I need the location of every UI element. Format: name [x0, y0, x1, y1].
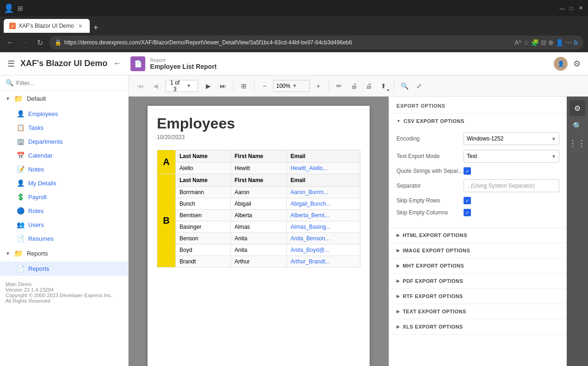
- print-button[interactable]: 🖨: [347, 79, 360, 92]
- right-sidebar-search-button[interactable]: 🔍: [569, 118, 585, 134]
- back-button[interactable]: ←: [113, 59, 121, 68]
- sidebar-item-payroll[interactable]: 💲 Payroll: [0, 190, 128, 204]
- sidebar-footer: Main Demo Version 23.1.4.23204 Copyright…: [0, 275, 128, 309]
- last-page-button[interactable]: ⏭: [217, 79, 229, 92]
- cell-boyd-email[interactable]: Anita_Boyd@...: [287, 244, 360, 256]
- cell-aiello-email[interactable]: Hewitt_Aiello...: [287, 163, 360, 174]
- sidebar-item-payroll-label: Payroll: [28, 194, 47, 201]
- quote-strings-checkbox-field: ✓: [464, 167, 559, 175]
- export-section-xls-header[interactable]: ▶ XLS EXPORT OPTIONS: [389, 319, 567, 334]
- col-email-a: Email: [287, 150, 360, 163]
- text-mode-select[interactable]: Text ▼: [464, 150, 559, 163]
- export-section-mht: ▶ MHT EXPORT OPTIONS: [389, 258, 567, 274]
- cell-benson-first: Anita: [231, 233, 287, 244]
- maximize-button[interactable]: □: [568, 5, 575, 12]
- favorites-icon[interactable]: ⊕: [548, 39, 554, 46]
- users-icon: 👥: [17, 221, 25, 228]
- xls-section-label: XLS EXPORT OPTIONS: [402, 324, 463, 329]
- sidebar-group-reports-header[interactable]: ▼ 📁 Reports: [0, 245, 128, 262]
- cell-borrmann-email[interactable]: Aaron_Borrm...: [287, 187, 360, 198]
- sidebar-item-resumes[interactable]: 📄 Resumes: [0, 232, 128, 245]
- user-avatar[interactable]: 👤: [554, 57, 568, 71]
- sidebar-item-departments[interactable]: 🏢 Departments: [0, 134, 128, 148]
- export-section-rtf-header[interactable]: ▶ RTF EXPORT OPTIONS: [389, 289, 567, 304]
- minimize-button[interactable]: —: [558, 5, 566, 12]
- prev-page-button[interactable]: ◀: [149, 79, 162, 92]
- export-section-xls: ▶ XLS EXPORT OPTIONS: [389, 319, 567, 335]
- address-input[interactable]: 🔒 https://demos.devexpress.com/XAF/Blazo…: [49, 36, 583, 49]
- cell-bunch-email[interactable]: Abigail_Bunch...: [287, 198, 360, 210]
- profile-icon[interactable]: 👤: [4, 3, 14, 13]
- reader-icon[interactable]: Aᴬ: [514, 39, 521, 46]
- cell-berntsen-email[interactable]: Alberta_Bernt...: [287, 210, 360, 221]
- right-sidebar-gear-button[interactable]: ⚙: [569, 100, 585, 116]
- copilot-icon[interactable]: b: [574, 39, 578, 46]
- right-sidebar-tree-button[interactable]: ⋮⋮: [569, 135, 585, 151]
- edit-button[interactable]: ✏: [333, 79, 346, 92]
- first-page-button[interactable]: ⏮: [134, 79, 147, 92]
- sidebar-group-default-header[interactable]: ▼ 📁 Default: [0, 91, 128, 107]
- extensions-icon[interactable]: 🧩: [531, 39, 539, 46]
- new-tab-button[interactable]: +: [91, 23, 101, 33]
- settings-button[interactable]: ⚙: [573, 59, 581, 69]
- separator-control: , (Using System Separator): [464, 179, 559, 192]
- cell-berntsen-first: Alberta: [231, 210, 287, 221]
- fullscreen-button[interactable]: ⤢: [413, 79, 426, 92]
- export-section-pdf-header[interactable]: ▶ PDF EXPORT OPTIONS: [389, 274, 567, 288]
- separator-input[interactable]: , (Using System Separator): [464, 179, 559, 192]
- zoom-selector[interactable]: 100% ▼: [273, 80, 310, 92]
- close-window-button[interactable]: ✕: [577, 5, 584, 12]
- hamburger-menu-button[interactable]: ☰: [7, 59, 15, 69]
- skip-empty-rows-checkbox[interactable]: ✓: [464, 197, 471, 204]
- multi-page-button[interactable]: ⊞: [237, 79, 250, 92]
- browser-chrome: 👤 ⊞ — □ ✕ X XAF's Blazor UI Demo × + ← →…: [0, 0, 588, 52]
- export-section-mht-header[interactable]: ▶ MHT EXPORT OPTIONS: [389, 258, 567, 273]
- encoding-select[interactable]: Windows-1252 ▼: [464, 132, 559, 145]
- export-section-html-header[interactable]: ▶ HTML EXPORT OPTIONS: [389, 228, 567, 243]
- report-page: Employees 10/20/2023 A Last Name First N…: [148, 106, 370, 366]
- zoom-in-button[interactable]: +: [312, 79, 325, 92]
- quote-strings-checkbox[interactable]: ✓: [464, 167, 471, 175]
- cell-brandt-email[interactable]: Arthur_Brandt...: [287, 256, 360, 268]
- print-full-button[interactable]: 🖨: [362, 79, 375, 92]
- report-document[interactable]: Employees 10/20/2023 A Last Name First N…: [129, 97, 389, 366]
- cell-basinger-email[interactable]: Almas_Basing...: [287, 221, 360, 233]
- bookmark-icon[interactable]: ☆: [523, 39, 529, 46]
- export-section-image-header[interactable]: ▶ IMAGE EXPORT OPTIONS: [389, 243, 567, 258]
- sidebar-item-users[interactable]: 👥 Users: [0, 218, 128, 232]
- next-page-button[interactable]: ▶: [202, 79, 215, 92]
- active-tab[interactable]: X XAF's Blazor UI Demo ×: [4, 19, 90, 33]
- sidebar-item-tasks[interactable]: 📋 Tasks: [0, 121, 128, 134]
- export-section-text-header[interactable]: ▶ TEXT EXPORT OPTIONS: [389, 304, 567, 319]
- app-title: XAF's Blazor UI Demo: [20, 59, 107, 68]
- sidebar-item-employees[interactable]: 👤 Employees: [0, 107, 128, 121]
- export-button[interactable]: ⬆ ▼: [377, 79, 390, 92]
- export-section-csv: ▼ CSV EXPORT OPTIONS Encoding Windows-12…: [389, 114, 567, 228]
- sidebar-filter-input[interactable]: [16, 79, 123, 86]
- page-input[interactable]: 1 of 3 ▼: [166, 80, 198, 92]
- export-section-csv-header[interactable]: ▼ CSV EXPORT OPTIONS: [389, 114, 567, 128]
- sidebar-item-roles[interactable]: 🔵 Roles: [0, 204, 128, 218]
- back-nav-button[interactable]: ←: [5, 37, 16, 48]
- export-section-text: ▶ TEXT EXPORT OPTIONS: [389, 304, 567, 319]
- sidebar-item-my-details[interactable]: 👤 My Details: [0, 176, 128, 190]
- default-folder-icon: 📁: [14, 94, 23, 103]
- tab-grid-icon[interactable]: ⊞: [18, 5, 23, 12]
- tab-close-button[interactable]: ×: [77, 22, 84, 30]
- report-name: Employee List Report: [150, 63, 217, 70]
- forward-nav-button[interactable]: →: [19, 37, 31, 48]
- sidebar-item-calendar[interactable]: 📅 Calendar: [0, 148, 128, 162]
- search-toolbar-button[interactable]: 🔍: [398, 79, 411, 92]
- zoom-out-button[interactable]: −: [258, 79, 271, 92]
- sidebar-item-notes[interactable]: 📝 Notes: [0, 162, 128, 176]
- pdf-section-arrow: ▶: [396, 279, 400, 283]
- skip-empty-columns-checkbox[interactable]: ✓: [464, 209, 471, 216]
- sidebar: 🔍 ▼ 📁 Default 👤 Employees 📋 Tasks 🏢 Depa…: [0, 75, 129, 366]
- profile-browser-icon[interactable]: 👤: [556, 39, 563, 46]
- sidebar-item-calendar-label: Calendar: [28, 152, 53, 159]
- sidebar-item-reports[interactable]: 📄 Reports: [0, 262, 128, 275]
- split-view-icon[interactable]: ⊟: [541, 39, 546, 46]
- cell-benson-email[interactable]: Anita_Benson...: [287, 233, 360, 244]
- more-options-icon[interactable]: ⋯: [565, 39, 572, 46]
- reload-button[interactable]: ↻: [34, 37, 45, 48]
